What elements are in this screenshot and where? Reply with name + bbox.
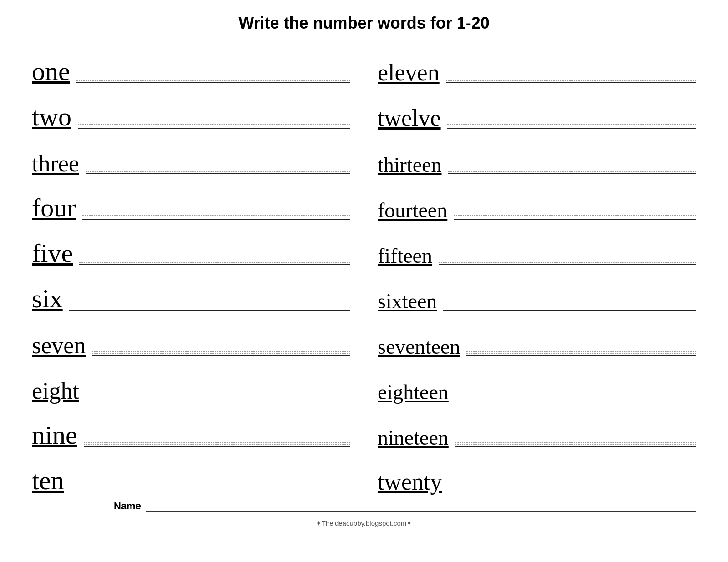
number-word: seventeen [378,336,460,359]
number-word: nineteen [378,427,449,450]
number-word: two [32,104,71,132]
writing-lines[interactable] [86,170,350,177]
number-row: ten [32,450,350,496]
page-title: Write the number words for 1-20 [32,14,696,33]
number-word: six [32,286,63,314]
number-row: fourteen [378,177,696,223]
writing-lines[interactable] [79,261,350,268]
name-label: Name [114,500,141,512]
number-word: seven [32,334,86,359]
number-row: eleven [378,41,696,86]
writing-lines[interactable] [78,124,350,132]
number-word: fourteen [378,200,447,223]
number-row: seventeen [378,314,696,359]
writing-lines[interactable] [447,124,696,132]
left-column: onetwothreefourfivesixseveneightnineten [32,41,350,496]
page: Write the number words for 1-20 onetwoth… [18,0,710,537]
number-row: twelve [378,86,696,132]
number-word: nine [32,422,77,450]
writing-lines[interactable] [86,397,350,405]
number-word: twelve [378,106,441,132]
content-grid: onetwothreefourfivesixseveneightnineten … [32,41,696,496]
writing-lines[interactable] [455,397,696,405]
writing-lines[interactable] [454,215,696,223]
number-row: nineteen [378,405,696,450]
writing-lines[interactable] [71,488,350,496]
writing-lines[interactable] [84,442,350,450]
writing-lines[interactable] [446,79,696,86]
attribution: ✦Theideacubby.blogspot.com✦ [32,519,696,527]
number-row: three [32,132,350,177]
number-row: thirteen [378,132,696,177]
number-row: eighteen [378,359,696,405]
number-word: eleven [378,61,440,86]
number-row: four [32,177,350,223]
number-word: fifteen [378,246,432,268]
number-row: nine [32,405,350,450]
number-row: seven [32,314,350,359]
number-word: three [32,152,79,177]
number-word: eight [32,379,79,405]
number-row: five [32,223,350,268]
writing-lines[interactable] [439,261,696,268]
number-word: five [32,240,73,268]
number-word: thirteen [378,155,442,177]
number-word: ten [32,467,64,496]
writing-lines[interactable] [76,79,350,86]
writing-lines[interactable] [455,442,696,450]
number-row: fifteen [378,223,696,268]
number-word: sixteen [378,291,437,314]
number-word: four [32,195,76,223]
name-line[interactable] [146,511,696,512]
writing-lines[interactable] [448,170,697,177]
number-row: sixteen [378,268,696,314]
number-word: one [32,58,70,86]
writing-lines[interactable] [449,488,696,496]
writing-lines[interactable] [82,215,350,223]
writing-lines[interactable] [92,351,350,359]
footer: Name [32,500,696,512]
number-row: two [32,86,350,132]
writing-lines[interactable] [69,306,350,314]
number-row: six [32,268,350,314]
writing-lines[interactable] [443,306,696,314]
number-row: twenty [378,450,696,496]
number-word: eighteen [378,382,449,405]
number-row: one [32,41,350,86]
number-word: twenty [378,470,442,496]
number-row: eight [32,359,350,405]
right-column: eleventwelvethirteenfourteenfifteensixte… [378,41,696,496]
writing-lines[interactable] [466,351,696,359]
